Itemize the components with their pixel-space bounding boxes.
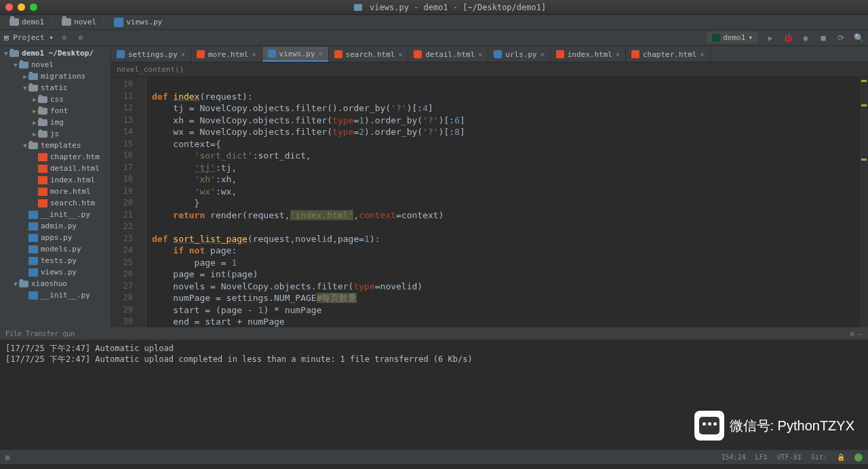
html-file-icon bbox=[197, 50, 205, 58]
panel-minimize-icon[interactable]: — bbox=[859, 330, 863, 338]
editor-tab[interactable]: more.html× bbox=[191, 47, 262, 62]
run-configuration-selector[interactable]: demo1 ▾ bbox=[707, 32, 758, 43]
stop-button[interactable]: ■ bbox=[818, 33, 829, 43]
tree-item[interactable]: ▼novel bbox=[0, 59, 111, 70]
tree-item[interactable]: ▼xiaoshuo bbox=[0, 278, 111, 289]
panel-title[interactable]: File Transfer qun bbox=[5, 330, 75, 338]
nav-file[interactable]: views.py bbox=[110, 16, 166, 28]
chevron-right-icon: 〉 bbox=[50, 18, 56, 27]
tree-item[interactable]: more.html bbox=[0, 186, 111, 197]
tree-item[interactable]: tests.py bbox=[0, 255, 111, 266]
tree-item[interactable]: ▼demo1 ~/Desktop/ bbox=[0, 47, 111, 59]
project-tree[interactable]: ▼demo1 ~/Desktop/▼novel▶migrations▼stati… bbox=[0, 46, 111, 301]
close-tab-icon[interactable]: × bbox=[478, 51, 482, 58]
tree-item[interactable]: search.htm bbox=[0, 197, 111, 209]
py-file-icon bbox=[117, 50, 125, 58]
line-gutter: 10 11 12 13 14 15 16 17 18 19 20 21 22 2… bbox=[111, 77, 138, 327]
tree-item[interactable]: ▼templates bbox=[0, 140, 111, 151]
python-icon bbox=[114, 18, 123, 27]
settings-icon[interactable]: ⚙ bbox=[75, 33, 86, 43]
cursor-position[interactable]: 154:24 bbox=[722, 453, 746, 461]
editor-tab[interactable]: search.html× bbox=[329, 47, 409, 62]
editor-tabs: settings.py×more.html×views.py×search.ht… bbox=[111, 46, 868, 62]
editor-tab[interactable]: urls.py× bbox=[488, 47, 550, 62]
project-tool-window-button[interactable]: ▤ Project ▾ bbox=[4, 33, 54, 42]
file-icon bbox=[354, 4, 362, 11]
tree-item[interactable]: ▶js bbox=[0, 128, 111, 140]
tree-item[interactable]: ▶migrations bbox=[0, 70, 111, 82]
django-icon bbox=[712, 34, 720, 42]
maximize-window-button[interactable] bbox=[30, 3, 37, 11]
line-separator[interactable]: LF‡ bbox=[755, 453, 768, 461]
coverage-button[interactable]: ◉ bbox=[800, 33, 811, 43]
close-tab-icon[interactable]: × bbox=[398, 51, 402, 58]
collapse-icon[interactable]: ⊖ bbox=[59, 33, 70, 43]
tree-item[interactable]: models.py bbox=[0, 243, 111, 255]
py-file-icon bbox=[268, 49, 276, 58]
file-encoding[interactable]: UTF-8‡ bbox=[777, 453, 802, 461]
tree-item[interactable]: ▶font bbox=[0, 105, 111, 117]
toolbar: ▤ Project ▾ ⊖ ⚙ demo1 ▾ ▶ 🐞 ◉ ■ ⟳ 🔍 bbox=[0, 30, 868, 46]
tree-item[interactable]: __init__.py bbox=[0, 209, 111, 220]
html-file-icon bbox=[334, 50, 342, 58]
tree-item[interactable]: apps.py bbox=[0, 232, 111, 243]
close-tab-icon[interactable]: × bbox=[252, 51, 256, 58]
html-file-icon bbox=[631, 50, 639, 58]
titlebar: views.py - demo1 - [~/Desktop/demo1] bbox=[0, 0, 868, 15]
editor-tab[interactable]: index.html× bbox=[551, 47, 626, 62]
editor-tab[interactable]: views.py× bbox=[262, 47, 329, 62]
status-bar: ▥ 154:24 LF‡ UTF-8‡ Git: 🔒 bbox=[0, 449, 868, 464]
status-indicator-icon[interactable] bbox=[854, 453, 863, 462]
nav-folder[interactable]: novel bbox=[58, 16, 100, 28]
close-window-button[interactable] bbox=[5, 3, 13, 11]
breadcrumb-nav: demo1 〉 novel 〉 views.py bbox=[0, 15, 868, 30]
search-icon[interactable]: 🔍 bbox=[853, 33, 864, 43]
run-button[interactable]: ▶ bbox=[765, 33, 776, 43]
error-stripe[interactable] bbox=[860, 77, 868, 327]
tree-item[interactable]: ▶img bbox=[0, 117, 111, 128]
debug-button[interactable]: 🐞 bbox=[783, 33, 793, 43]
tree-item[interactable]: __init__.py bbox=[0, 289, 111, 301]
folder-icon bbox=[62, 18, 71, 26]
editor-tab[interactable]: detail.html× bbox=[408, 47, 488, 62]
close-tab-icon[interactable]: × bbox=[616, 51, 620, 58]
panel-settings-icon[interactable]: ⚙ bbox=[850, 330, 854, 338]
watermark: 微信号: PythonTZYX bbox=[694, 411, 855, 441]
tree-item[interactable]: chapter.htm bbox=[0, 151, 111, 163]
html-file-icon bbox=[414, 50, 422, 58]
window-title: views.py - demo1 - [~/Desktop/demo1] bbox=[37, 3, 863, 12]
code-breadcrumb[interactable]: novel_content() bbox=[111, 62, 868, 77]
project-sidebar: ▼demo1 ~/Desktop/▼novel▶migrations▼stati… bbox=[0, 46, 111, 327]
chevron-right-icon: 〉 bbox=[102, 18, 108, 27]
git-branch[interactable]: Git: bbox=[811, 453, 827, 461]
minimize-window-button[interactable] bbox=[18, 3, 25, 11]
close-tab-icon[interactable]: × bbox=[319, 50, 323, 58]
close-tab-icon[interactable]: × bbox=[700, 51, 704, 58]
code-content[interactable]: def index(request): tj = NovelCopy.objec… bbox=[146, 77, 868, 327]
fold-gutter[interactable] bbox=[138, 77, 146, 327]
tree-item[interactable]: views.py bbox=[0, 266, 111, 278]
wechat-icon bbox=[694, 411, 724, 441]
close-tab-icon[interactable]: × bbox=[540, 51, 545, 58]
lock-icon[interactable]: 🔒 bbox=[837, 453, 845, 461]
tree-item[interactable]: detail.html bbox=[0, 163, 111, 174]
code-editor[interactable]: 10 11 12 13 14 15 16 17 18 19 20 21 22 2… bbox=[111, 77, 868, 327]
tree-item[interactable]: index.html bbox=[0, 174, 111, 186]
folder-icon bbox=[9, 18, 19, 26]
close-tab-icon[interactable]: × bbox=[181, 51, 185, 58]
tree-item[interactable]: ▼static bbox=[0, 82, 111, 94]
status-left: ▥ bbox=[5, 453, 9, 461]
nav-project[interactable]: demo1 bbox=[5, 16, 48, 28]
tree-item[interactable]: ▶css bbox=[0, 94, 111, 105]
tree-item[interactable]: admin.py bbox=[0, 220, 111, 232]
py-file-icon bbox=[494, 50, 502, 58]
html-file-icon bbox=[556, 50, 564, 58]
window-controls bbox=[5, 3, 37, 11]
vcs-button[interactable]: ⟳ bbox=[835, 33, 846, 43]
editor-tab[interactable]: settings.py× bbox=[111, 47, 191, 62]
editor-tab[interactable]: chapter.html× bbox=[626, 47, 711, 62]
